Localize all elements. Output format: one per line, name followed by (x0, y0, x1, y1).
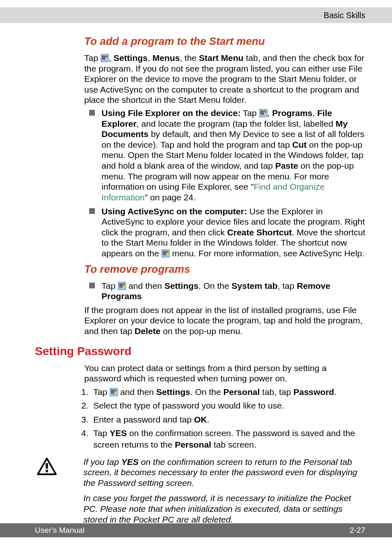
bold-system-tab: System tab (232, 281, 278, 290)
text: , (267, 108, 272, 118)
start-icon (101, 54, 109, 62)
bold-paste: Paste (275, 161, 298, 170)
bold-lead: Using ActiveSync on the computer: (101, 207, 247, 216)
bold-yes: YES (121, 457, 138, 467)
bold-programs: Programs (272, 108, 312, 118)
step-item: Enter a password and tap OK. (91, 414, 365, 425)
text: Enter a password and tap (93, 415, 194, 424)
bold-delete: Delete (135, 326, 161, 336)
start-icon (110, 388, 118, 396)
heading-add-program: To add a program to the Start menu (84, 35, 365, 48)
text: menu. For more information, see ActiveSy… (170, 248, 364, 258)
text: , tap (278, 281, 297, 290)
bullet-list-add: Using File Explorer on the device: Tap ,… (89, 108, 365, 259)
page-content: To add a program to the Start menu Tap ,… (35, 31, 365, 529)
bold-lead: Using File Explorer on the device: (101, 108, 240, 118)
text: . On the (190, 387, 224, 397)
text: If you tap (83, 457, 121, 467)
text: tab screen. (211, 440, 256, 449)
square-bullet-icon (89, 110, 95, 116)
bold-start-menu: Start Menu (199, 53, 244, 63)
text: . On the (198, 281, 232, 290)
square-bullet-icon (89, 283, 95, 288)
footer-bar: User's Manual 2-27 (0, 523, 392, 537)
intro-paragraph: Tap , Settings, Menus, the Start Menu ta… (84, 53, 365, 105)
text: tab, tap (260, 387, 293, 397)
step-item: Tap and then Settings. On the Personal t… (91, 386, 365, 398)
text: " on page 24. (145, 193, 196, 202)
bold-settings: Settings (164, 281, 198, 290)
caution-block: If you tap YES on the confirmation scree… (35, 457, 365, 530)
text: , and locate the program (tap the folder… (136, 119, 335, 128)
text: Tap (93, 387, 110, 397)
header-section-label: Basic Skills (324, 11, 365, 20)
list-item: Using ActiveSync on the computer: Use th… (89, 206, 365, 259)
footer-left: User's Manual (35, 526, 85, 535)
start-icon (118, 282, 126, 290)
list-item: Using File Explorer on the device: Tap ,… (89, 108, 365, 202)
step-item: Tap YES on the confirmation screen. The … (91, 427, 365, 451)
text: . (207, 415, 210, 424)
text: , (312, 108, 317, 118)
text: , (148, 53, 152, 63)
bold-personal: Personal (224, 387, 260, 397)
heading-remove-programs: To remove programs (84, 263, 365, 276)
caution-text: If you tap YES on the confirmation scree… (83, 457, 365, 530)
text: Tap (84, 53, 101, 63)
text: and then (126, 281, 164, 290)
footer-page-number: 2-27 (350, 526, 365, 535)
square-bullet-icon (89, 208, 95, 214)
heading-setting-password: Setting Password (35, 345, 365, 358)
text: . (334, 387, 337, 397)
list-item-body: Using File Explorer on the device: Tap ,… (101, 108, 365, 202)
text: Tap (101, 281, 118, 290)
text: and then (118, 387, 156, 397)
bold-settings: Settings (113, 53, 148, 63)
bold-personal: Personal (175, 440, 211, 449)
list-item: Tap and then Settings. On the System tab… (89, 281, 365, 302)
password-intro: You can protect data or settings from a … (84, 363, 365, 384)
step-item: Select the type of password you would li… (91, 400, 365, 411)
remove-followup-paragraph: If the program does not appear in the li… (84, 305, 365, 337)
header-bar: Basic Skills (0, 7, 392, 23)
list-item-body: Using ActiveSync on the computer: Use th… (101, 206, 365, 259)
bold-yes: YES (110, 428, 127, 438)
list-item-body: Tap and then Settings. On the System tab… (101, 281, 365, 302)
caution-icon (36, 457, 58, 530)
password-steps: Tap and then Settings. On the Personal t… (91, 386, 365, 451)
text: In case you forget the password, it is n… (83, 493, 365, 525)
text: , (109, 53, 114, 63)
text: Tap (240, 108, 259, 118)
start-icon (161, 249, 170, 258)
bold-menus: Menus (152, 53, 180, 63)
start-icon (259, 109, 267, 117)
text: Tap (93, 428, 110, 438)
text: , the (180, 53, 199, 63)
bold-cut: Cut (292, 140, 307, 149)
bold-settings: Settings (156, 387, 190, 397)
text: on the pop-up menu. (161, 326, 243, 336)
bold-ok: OK (194, 415, 207, 424)
bold-password: Password (293, 387, 334, 397)
bold-create-shortcut: Create Shortcut (227, 228, 292, 237)
bullet-list-remove: Tap and then Settings. On the System tab… (89, 281, 365, 302)
